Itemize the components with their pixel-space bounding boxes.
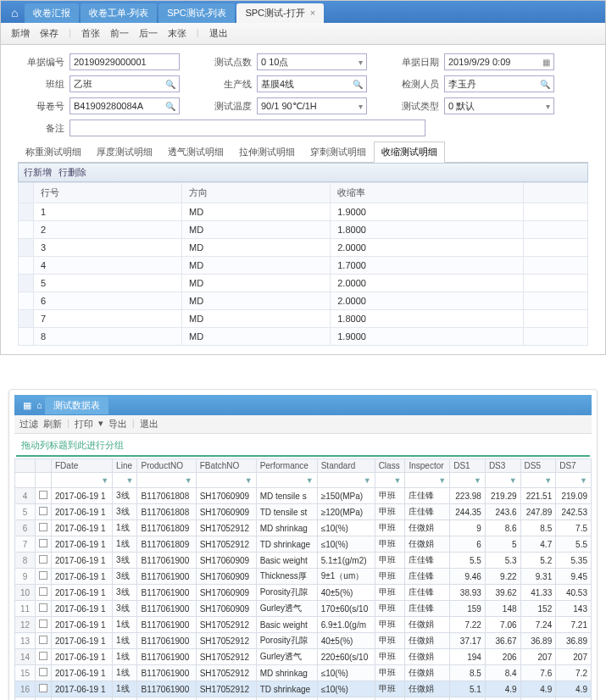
check-cell[interactable] (36, 536, 52, 553)
grid-row[interactable]: 112017-06-19 13线B117061900SH17060909Gurl… (15, 601, 592, 617)
home-icon[interactable]: ⌂ (4, 3, 25, 23)
apps-icon[interactable]: ▦ (18, 397, 36, 414)
grid-col-Line[interactable]: Line (113, 459, 137, 473)
filter-icon[interactable]: ▼ (509, 476, 517, 485)
filter-cell[interactable]: ▼ (375, 473, 405, 488)
table-row[interactable]: 6MD2.0000 (19, 292, 588, 310)
main-tab[interactable]: 收卷工单-列表 (81, 3, 157, 23)
cell-direction[interactable]: MD (182, 203, 331, 221)
checkbox-icon[interactable] (39, 539, 47, 547)
grid-col-DS5[interactable]: DS5 (520, 459, 556, 473)
inspector-lookup[interactable]: 李玉丹🔍 (444, 75, 554, 92)
filter-icon[interactable]: ▼ (364, 476, 371, 485)
toolbar2-刷新[interactable]: 刷新 (43, 418, 62, 431)
toolbar-退出[interactable]: 退出 (206, 25, 231, 42)
grid-row[interactable]: 62017-06-19 11线B117061809SH17052912MD sh… (15, 520, 592, 536)
check-cell[interactable] (36, 681, 52, 697)
filter-cell[interactable]: ▼ (52, 473, 113, 488)
toolbar-新增[interactable]: 新增 (8, 25, 33, 42)
subtab[interactable]: 穿刺测试明细 (303, 142, 374, 163)
grid-row[interactable]: 52017-06-19 13线B117061808SH17060909TD te… (15, 504, 592, 520)
checkbox-icon[interactable] (39, 587, 47, 596)
checkbox-icon[interactable] (39, 619, 47, 628)
roll-no-lookup[interactable]: B41909280084A🔍 (69, 97, 180, 114)
grid-col-DS1[interactable]: DS1 (450, 459, 486, 473)
home-icon[interactable]: ⌂ (36, 400, 42, 410)
cell-shrinkage[interactable]: 2.0000 (331, 292, 523, 310)
checkbox-icon[interactable] (39, 636, 47, 644)
close-icon[interactable]: × (310, 8, 315, 18)
filter-cell[interactable]: ▼ (485, 473, 520, 488)
col-header[interactable]: 行号 (34, 183, 182, 203)
check-cell[interactable] (36, 569, 52, 585)
grid-row[interactable]: 92017-06-19 13线B117061900SH17060909Thick… (15, 569, 592, 585)
filter-icon[interactable]: ▼ (126, 476, 134, 485)
cell-shrinkage[interactable]: 1.9000 (331, 203, 523, 221)
filter-cell[interactable]: ▼ (450, 473, 486, 488)
checkbox-icon[interactable] (39, 571, 47, 580)
cell-direction[interactable]: MD (182, 221, 331, 239)
cell-direction[interactable]: MD (182, 310, 331, 328)
grid-col-DS3[interactable]: DS3 (485, 459, 520, 473)
filter-icon[interactable]: ▼ (101, 476, 108, 485)
group-hint[interactable]: 拖动列标题到此进行分组 (16, 436, 590, 457)
grid-row[interactable]: 162017-06-19 11线B117061900SH17052912TD s… (15, 681, 592, 697)
main-tab[interactable]: SPC测试-打开× (236, 3, 324, 23)
toolbar2-打印[interactable]: 打印 (75, 418, 93, 431)
grid-row[interactable]: 172017-06-19 11线B117061900SH17052912MD t… (15, 697, 592, 701)
col-header[interactable]: 收缩率 (331, 183, 523, 203)
check-cell[interactable] (36, 617, 52, 633)
grid-col-Performance[interactable]: Performance (256, 459, 317, 473)
filter-cell[interactable]: ▼ (256, 473, 317, 488)
toolbar2-退出[interactable]: 退出 (140, 418, 158, 431)
cell-direction[interactable]: MD (182, 257, 331, 275)
doc-no-input[interactable]: 20190929000001 (69, 53, 180, 70)
check-cell[interactable] (36, 649, 52, 665)
checkbox-icon[interactable] (39, 523, 47, 531)
grid-col-ProductNO[interactable]: ProductNO (137, 459, 196, 473)
toolbar2-导出[interactable]: 导出 (108, 418, 127, 431)
toolbar2-▾[interactable]: ▾ (98, 418, 103, 431)
grid-row[interactable]: 132017-06-19 11线B117061900SH17052912Poro… (15, 633, 592, 649)
toolbar-末张[interactable]: 末张 (164, 25, 190, 42)
test-temp-select[interactable]: 90/1 90℃/1H▾ (257, 97, 367, 114)
table-row[interactable]: 2MD1.8000 (19, 221, 588, 239)
grid-row[interactable]: 152017-06-19 11线B117061900SH17052912MD s… (15, 665, 592, 681)
cell-shrinkage[interactable]: 1.8000 (331, 221, 523, 239)
toolbar-保存[interactable]: 保存 (36, 25, 62, 42)
grid-row[interactable]: 102017-06-19 13线B117061900SH17060909Poro… (15, 585, 592, 601)
grid-col-FDate[interactable]: FDate (52, 459, 113, 473)
filter-cell[interactable]: ▼ (556, 473, 592, 488)
table-row[interactable]: 7MD1.8000 (19, 310, 588, 328)
filter-icon[interactable]: ▼ (306, 476, 314, 485)
checkbox-icon[interactable] (39, 684, 47, 692)
filter-icon[interactable]: ▼ (185, 476, 192, 485)
cell-shrinkage[interactable]: 1.8000 (331, 310, 523, 328)
grid-row[interactable]: 42017-06-19 13线B117061808SH17060909MD te… (15, 488, 592, 504)
check-cell[interactable] (36, 633, 52, 649)
cell-shrinkage[interactable]: 1.7000 (331, 257, 523, 275)
grid-col-FBatchNO[interactable]: FBatchNO (196, 459, 256, 473)
checkbox-icon[interactable] (39, 507, 47, 515)
filter-icon[interactable]: ▼ (580, 476, 587, 485)
main-tab[interactable]: SPC测试-列表 (158, 3, 235, 23)
cell-shrinkage[interactable]: 1.9000 (331, 328, 523, 346)
filter-cell[interactable]: ▼ (196, 473, 256, 488)
check-cell[interactable] (36, 488, 52, 504)
filter-icon[interactable]: ▼ (544, 476, 552, 485)
checkbox-icon[interactable] (39, 668, 47, 676)
check-header[interactable] (36, 459, 52, 473)
filter-cell[interactable]: ▼ (137, 473, 196, 488)
checkbox-icon[interactable] (39, 652, 47, 660)
table-row[interactable]: 5MD2.0000 (19, 275, 588, 292)
test-type-select[interactable]: 0 默认▾ (444, 97, 554, 114)
tab-test-data[interactable]: 测试数据表 (45, 397, 108, 414)
cell-direction[interactable]: MD (182, 275, 331, 292)
subtab[interactable]: 收缩测试明细 (374, 142, 445, 163)
check-cell[interactable] (36, 553, 52, 569)
table-row[interactable]: 1MD1.9000 (19, 203, 588, 221)
line-lookup[interactable]: 基膜4线🔍 (257, 75, 367, 92)
cell-shrinkage[interactable]: 2.0000 (331, 239, 523, 257)
cell-shrinkage[interactable]: 2.0000 (331, 275, 523, 292)
table-row[interactable]: 3MD2.0000 (19, 239, 588, 257)
